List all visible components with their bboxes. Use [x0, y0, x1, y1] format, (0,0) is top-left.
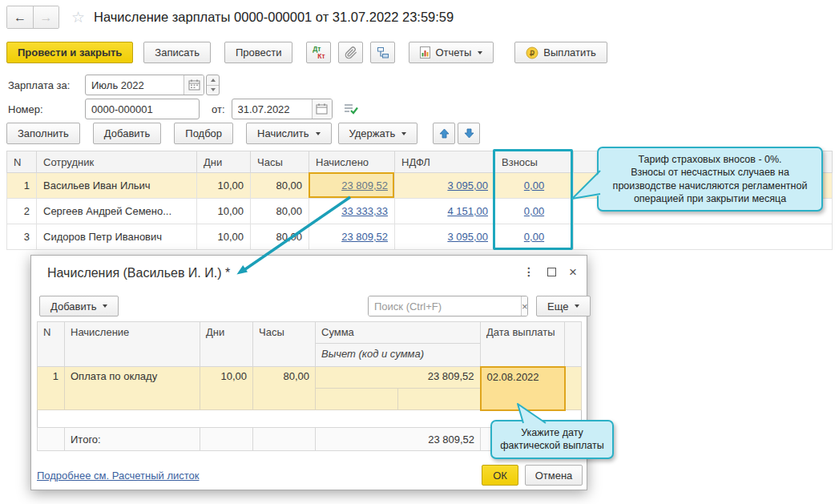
col-hours[interactable]: Часы	[251, 151, 309, 173]
cell-hours[interactable]: 80,00	[253, 367, 316, 410]
cell-deduction-code[interactable]	[316, 389, 398, 410]
ndfl-link[interactable]: 3 095,00	[447, 231, 488, 243]
cell-employee[interactable]: Васильев Иван Ильич	[37, 173, 197, 199]
main-toolbar: Провести и закрыть Записать Провести Дт …	[6, 42, 607, 63]
reports-button[interactable]: Отчеты	[409, 42, 494, 63]
col-hours[interactable]: Часы	[253, 322, 316, 367]
col-n[interactable]: N	[7, 151, 37, 173]
forward-button[interactable]: →	[33, 6, 58, 28]
col-contrib[interactable]: Взносы	[495, 151, 574, 173]
contrib-link[interactable]: 0,00	[524, 179, 544, 192]
move-down-button[interactable]	[458, 123, 480, 144]
number-group	[85, 99, 200, 119]
col-employee[interactable]: Сотрудник	[37, 151, 197, 173]
col-days[interactable]: Дни	[200, 322, 253, 367]
more-button[interactable]: Еще	[536, 296, 591, 317]
related-documents-button[interactable]	[370, 42, 395, 63]
number-date-row: Номер: от:	[8, 99, 358, 119]
favorite-star-icon[interactable]: ☆	[71, 8, 85, 26]
fill-label: Заполнить	[18, 127, 69, 139]
pick-button[interactable]: Подбор	[174, 123, 233, 144]
accrue-button[interactable]: Начислить	[246, 123, 331, 144]
col-accrued[interactable]: Начислено	[309, 151, 395, 173]
cell-deduction-sum[interactable]	[398, 389, 481, 410]
cell-n[interactable]: 1	[38, 367, 65, 410]
dtkt-postings-button[interactable]: Дт Кт	[306, 42, 331, 63]
save-button[interactable]: Записать	[143, 42, 211, 63]
cell-n[interactable]: 1	[7, 173, 37, 199]
post-button[interactable]: Провести	[224, 42, 293, 63]
cell-employee[interactable]: Сергеев Андрей Семено...	[37, 199, 197, 224]
post-and-close-button[interactable]: Провести и закрыть	[6, 42, 133, 63]
blue-down-arrow-icon	[464, 128, 474, 139]
contrib-link[interactable]: 0,00	[524, 231, 544, 243]
col-sum[interactable]: Сумма	[316, 322, 481, 344]
maximize-icon[interactable]	[547, 268, 556, 276]
cell-days[interactable]: 10,00	[197, 199, 251, 224]
search-input[interactable]	[369, 296, 521, 316]
cell-days[interactable]: 10,00	[197, 224, 251, 250]
ok-button[interactable]: ОК	[482, 465, 518, 486]
accrued-link[interactable]: 23 809,52	[341, 179, 388, 192]
search-clear-icon[interactable]: ×	[521, 296, 528, 316]
payslip-link[interactable]: Подробнее см. Расчетный листок	[37, 470, 200, 482]
salary-for-label: Зарплата за:	[8, 79, 85, 91]
doc-date-group	[232, 99, 333, 119]
cell-sum[interactable]: 23 809,52	[316, 367, 481, 389]
cell-filler	[574, 224, 833, 250]
calendar-button[interactable]	[184, 75, 204, 95]
cell-hours[interactable]: 80,00	[251, 173, 309, 199]
col-days[interactable]: Дни	[197, 151, 251, 173]
add-row-button[interactable]: Добавить	[93, 123, 161, 144]
table-row[interactable]: 3 Сидоров Петр Иванович 10,00 80,00 23 8…	[7, 224, 833, 250]
more-label: Еще	[547, 300, 568, 312]
doc-date-input[interactable]	[232, 99, 312, 119]
cell-pay-date[interactable]: 02.08.2022	[481, 367, 565, 410]
col-deduction[interactable]: Вычет (код и сумма)	[316, 344, 481, 367]
pay-button[interactable]: ₽ Выплатить	[514, 42, 607, 63]
col-ndfl[interactable]: НДФЛ	[395, 151, 495, 173]
svg-text:₽: ₽	[530, 48, 534, 57]
number-input[interactable]	[86, 99, 199, 119]
col-pay-date[interactable]: Дата выплаты	[481, 322, 565, 367]
accrued-link[interactable]: 23 809,52	[341, 231, 388, 243]
reports-label: Отчеты	[435, 46, 471, 58]
accrued-link[interactable]: 33 333,33	[341, 205, 388, 217]
cell-days[interactable]: 10,00	[197, 173, 251, 199]
withhold-label: Удержать	[349, 127, 396, 139]
kebab-menu-icon[interactable]: ⋮	[523, 265, 534, 278]
callout-line: Укажите дату	[498, 426, 606, 439]
col-accrual[interactable]: Начисление	[65, 322, 200, 367]
move-up-button[interactable]	[433, 123, 455, 144]
cell-accrual[interactable]: Оплата по окладу	[65, 367, 200, 410]
salary-month-group	[85, 75, 204, 95]
chevron-down-icon	[401, 132, 406, 135]
col-n[interactable]: N	[38, 322, 65, 367]
fill-button[interactable]: Заполнить	[6, 123, 80, 144]
post-and-close-label: Провести и закрыть	[18, 46, 122, 58]
cell-employee[interactable]: Сидоров Петр Иванович	[37, 224, 197, 250]
cell-n[interactable]: 3	[7, 224, 37, 250]
dialog-add-button[interactable]: Добавить	[39, 296, 119, 317]
contrib-link[interactable]: 0,00	[524, 205, 544, 217]
back-button[interactable]: ←	[7, 6, 33, 28]
cell-hours[interactable]: 80,00	[251, 199, 309, 224]
ndfl-link[interactable]: 3 095,00	[447, 179, 488, 192]
salary-month-input[interactable]	[86, 75, 184, 95]
withhold-button[interactable]: Удержать	[338, 123, 418, 144]
close-icon[interactable]: ×	[569, 268, 577, 276]
calendar-icon	[316, 103, 328, 115]
attachments-button[interactable]	[338, 42, 363, 63]
cancel-button[interactable]: Отмена	[525, 465, 583, 486]
ndfl-link[interactable]: 4 151,00	[447, 205, 488, 217]
cell-days[interactable]: 10,00	[200, 367, 253, 410]
cell-n[interactable]: 2	[7, 199, 37, 224]
accrual-row[interactable]: 1 Оплата по окладу 10,00 80,00 23 809,52…	[38, 367, 582, 389]
set-posting-time-button[interactable]	[343, 103, 358, 115]
date-calendar-button[interactable]	[312, 99, 332, 119]
stepper-up-button[interactable]	[207, 75, 219, 85]
callout-line: Тариф страховых вносов - 0%.	[605, 153, 815, 166]
accruals-header-row: N Начисление Дни Часы Сумма Дата выплаты	[38, 322, 582, 344]
cell-hours[interactable]: 80,00	[251, 224, 309, 250]
stepper-down-button[interactable]	[207, 85, 219, 95]
